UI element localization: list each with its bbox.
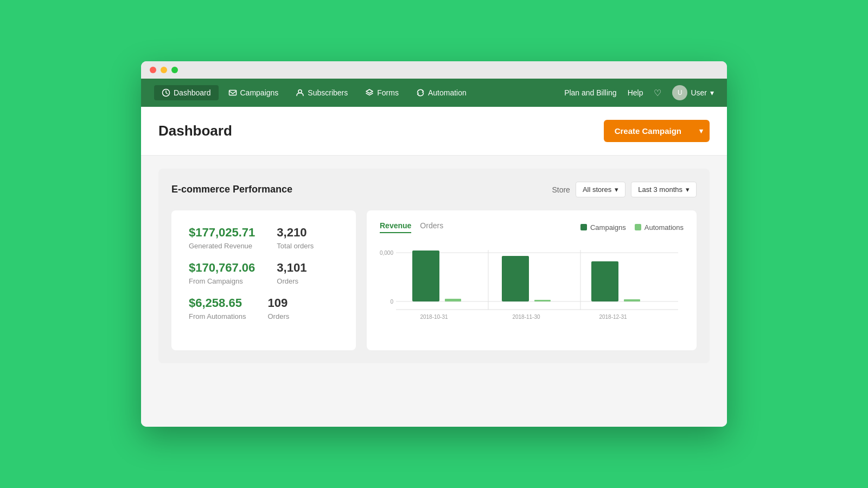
maximize-dot[interactable]	[171, 67, 178, 73]
bar-nov-automation	[534, 300, 551, 301]
browser-chrome	[141, 61, 727, 79]
refresh-icon	[416, 88, 425, 97]
svg-rect-1	[229, 91, 236, 95]
stats-card: $177,025.71 Generated Revenue 3,210 Tota…	[171, 210, 356, 350]
section-filters: Store All stores ▾ Last 3 months ▾	[552, 182, 697, 197]
automations-revenue-label: From Automations	[189, 312, 246, 320]
bar-dec-campaign	[591, 261, 618, 301]
x-label-dec: 2018-12-31	[599, 314, 627, 320]
bar-oct-campaign	[412, 251, 439, 301]
mail-icon	[228, 88, 237, 97]
nav-item-dashboard[interactable]: Dashboard	[154, 85, 219, 100]
nav-item-forms[interactable]: Forms	[358, 85, 406, 100]
campaigns-orders-label: Orders	[277, 277, 307, 285]
automations-legend-label: Automations	[644, 223, 684, 232]
campaigns-legend-dot	[580, 224, 587, 230]
campaigns-revenue-stat: $170,767.06 From Campaigns	[189, 261, 255, 285]
total-orders-label: Total orders	[277, 242, 314, 250]
chart-card: Revenue Orders Campaigns Automations	[367, 210, 697, 350]
chart-area: 50,000 0	[380, 242, 684, 339]
user-icon	[296, 88, 304, 97]
clock-icon	[162, 88, 170, 97]
y-label-0: 0	[390, 299, 393, 305]
svg-point-2	[298, 90, 302, 93]
create-campaign-button[interactable]: Create Campaign ▾	[604, 120, 710, 142]
avatar: U	[672, 85, 687, 100]
browser-window: Dashboard Campaigns Subs	[141, 61, 727, 427]
x-label-oct: 2018-10-31	[420, 314, 448, 320]
ecommerce-section: E-commerce Performance Store All stores …	[158, 169, 710, 363]
automations-revenue-value: $6,258.65	[189, 296, 246, 310]
x-label-nov: 2018-11-30	[512, 314, 540, 320]
heart-icon[interactable]: ♡	[654, 88, 661, 98]
tab-orders[interactable]: Orders	[420, 221, 443, 233]
plan-billing-link[interactable]: Plan and Billing	[564, 88, 617, 97]
nav-automation-label: Automation	[428, 88, 467, 97]
total-orders-stat: 3,210 Total orders	[277, 226, 314, 250]
chart-header: Revenue Orders Campaigns Automations	[380, 221, 684, 233]
nav-forms-label: Forms	[377, 88, 399, 97]
generated-revenue-stat: $177,025.71 Generated Revenue	[189, 226, 255, 250]
nav-item-campaigns[interactable]: Campaigns	[221, 85, 286, 100]
automations-legend-dot	[635, 224, 641, 230]
automations-orders-label: Orders	[268, 312, 290, 320]
nav-campaigns-label: Campaigns	[240, 88, 279, 97]
section-body: $177,025.71 Generated Revenue 3,210 Tota…	[171, 210, 697, 350]
dropdown-arrow-icon[interactable]: ▾	[693, 120, 710, 142]
campaigns-legend-label: Campaigns	[590, 223, 626, 232]
bar-dec-automation	[624, 299, 640, 301]
section-title: E-commerce Performance	[171, 184, 292, 195]
bar-oct-automation	[445, 299, 461, 301]
campaigns-orders-stat: 3,101 Orders	[277, 261, 307, 285]
generated-revenue-value: $177,025.71	[189, 226, 255, 240]
time-filter-label: Last 3 months	[638, 185, 682, 194]
nav-dashboard-label: Dashboard	[174, 88, 211, 97]
store-label: Store	[552, 185, 570, 194]
store-filter-button[interactable]: All stores ▾	[576, 182, 626, 197]
automations-orders-value: 109	[268, 296, 290, 310]
page-header: Dashboard Create Campaign ▾	[141, 107, 727, 156]
store-filter-label: All stores	[583, 185, 611, 194]
close-dot[interactable]	[150, 67, 156, 73]
navbar: Dashboard Campaigns Subs	[141, 79, 727, 107]
create-campaign-label: Create Campaign	[604, 120, 692, 142]
layers-icon	[365, 88, 374, 97]
tab-revenue[interactable]: Revenue	[380, 221, 411, 233]
chart-legend: Campaigns Automations	[580, 223, 684, 232]
stat-row-2: $170,767.06 From Campaigns 3,101 Orders	[189, 261, 339, 285]
bar-nov-campaign	[502, 256, 529, 301]
page-title: Dashboard	[158, 123, 232, 139]
user-name: User	[691, 88, 707, 97]
nav-right: Plan and Billing Help ♡ U User ▾	[564, 85, 714, 100]
y-label-50k: 50,000	[380, 250, 393, 256]
total-orders-value: 3,210	[277, 226, 314, 240]
campaigns-revenue-value: $170,767.06	[189, 261, 255, 275]
time-filter-button[interactable]: Last 3 months ▾	[631, 182, 697, 197]
bar-chart: 50,000 0	[380, 242, 684, 339]
chevron-down-icon: ▾	[710, 88, 714, 97]
stat-row-1: $177,025.71 Generated Revenue 3,210 Tota…	[189, 226, 339, 250]
chart-tabs: Revenue Orders	[380, 221, 443, 233]
nav-item-automation[interactable]: Automation	[409, 85, 474, 100]
automations-orders-stat: 109 Orders	[268, 296, 290, 320]
campaigns-revenue-label: From Campaigns	[189, 277, 255, 285]
stat-row-3: $6,258.65 From Automations 109 Orders	[189, 296, 339, 320]
generated-revenue-label: Generated Revenue	[189, 242, 255, 250]
automations-revenue-stat: $6,258.65 From Automations	[189, 296, 246, 320]
nav-subscribers-label: Subscribers	[308, 88, 348, 97]
store-chevron-icon: ▾	[615, 185, 618, 194]
user-menu[interactable]: U User ▾	[672, 85, 714, 100]
nav-left: Dashboard Campaigns Subs	[154, 85, 564, 100]
section-header: E-commerce Performance Store All stores …	[171, 182, 697, 197]
main-content: E-commerce Performance Store All stores …	[141, 156, 727, 427]
legend-automations: Automations	[635, 223, 684, 232]
minimize-dot[interactable]	[161, 67, 167, 73]
campaigns-orders-value: 3,101	[277, 261, 307, 275]
nav-item-subscribers[interactable]: Subscribers	[288, 85, 355, 100]
legend-campaigns: Campaigns	[580, 223, 626, 232]
help-link[interactable]: Help	[628, 88, 643, 97]
time-chevron-icon: ▾	[686, 185, 690, 194]
